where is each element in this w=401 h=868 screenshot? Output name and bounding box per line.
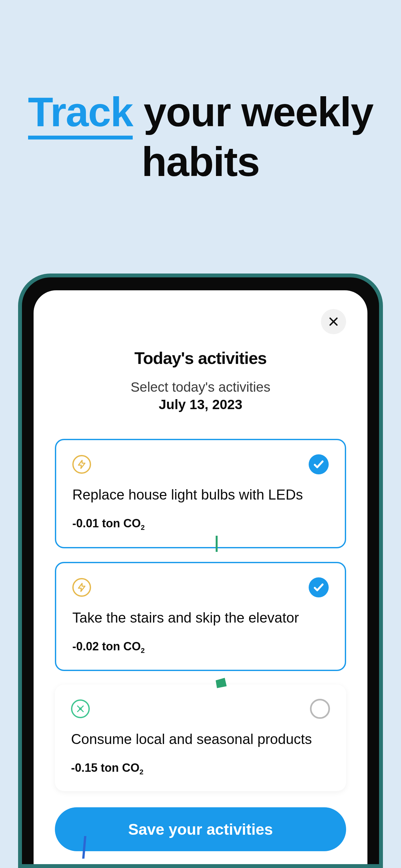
close-button[interactable] <box>321 309 346 334</box>
impact-value: -0.15 <box>71 761 97 774</box>
headline-highlight: Track <box>28 89 133 140</box>
unselected-checkbox[interactable] <box>310 699 330 719</box>
impact-unit: ton CO <box>102 517 141 530</box>
activity-title: Replace house light bulbs with LEDs <box>72 485 329 504</box>
close-icon <box>328 316 339 328</box>
marketing-headline: Track your weekly habits <box>23 87 378 186</box>
activity-impact: -0.01 ton CO2 <box>72 517 329 532</box>
selected-checkmark[interactable] <box>309 578 329 597</box>
impact-unit: ton CO <box>102 640 141 653</box>
card-top-row <box>71 699 330 719</box>
check-icon <box>313 459 325 470</box>
save-activities-button[interactable]: Save your activities <box>55 807 346 851</box>
phone-mockup-frame: Today's activities Select today's activi… <box>18 274 383 868</box>
activity-card[interactable]: Consume local and seasonal products -0.1… <box>55 685 346 791</box>
modal-title: Today's activities <box>55 348 346 368</box>
impact-value: -0.02 <box>72 640 99 653</box>
impact-sub: 2 <box>141 647 145 655</box>
activity-title: Consume local and seasonal products <box>71 730 330 748</box>
bolt-icon <box>72 578 91 597</box>
svg-marker-2 <box>79 461 85 469</box>
activity-card[interactable]: Replace house light bulbs with LEDs -0.0… <box>55 439 346 548</box>
activity-card[interactable]: Take the stairs and skip the elevator -0… <box>55 562 346 671</box>
phone-screen: Today's activities Select today's activi… <box>34 290 367 864</box>
headline-text: Track your weekly habits <box>23 87 378 186</box>
utensils-icon <box>71 700 90 718</box>
impact-sub: 2 <box>141 524 145 532</box>
modal-date: July 13, 2023 <box>55 397 346 412</box>
impact-sub: 2 <box>140 768 143 776</box>
activity-impact: -0.15 ton CO2 <box>71 761 330 776</box>
activity-impact: -0.02 ton CO2 <box>72 640 329 655</box>
selected-checkmark[interactable] <box>309 454 329 474</box>
headline-rest-2: habits <box>142 138 259 185</box>
bolt-icon <box>72 455 91 474</box>
card-top-row <box>72 578 329 597</box>
impact-value: -0.01 <box>72 517 99 530</box>
impact-unit: ton CO <box>101 761 140 774</box>
headline-rest-1: your weekly <box>133 89 373 135</box>
activity-title: Take the stairs and skip the elevator <box>72 609 329 627</box>
modal-header: Today's activities Select today's activi… <box>55 348 346 412</box>
card-top-row <box>72 454 329 474</box>
modal-subtitle: Select today's activities <box>55 379 346 395</box>
activity-list: Replace house light bulbs with LEDs -0.0… <box>55 439 346 791</box>
svg-marker-3 <box>79 583 85 591</box>
check-icon <box>313 582 325 593</box>
